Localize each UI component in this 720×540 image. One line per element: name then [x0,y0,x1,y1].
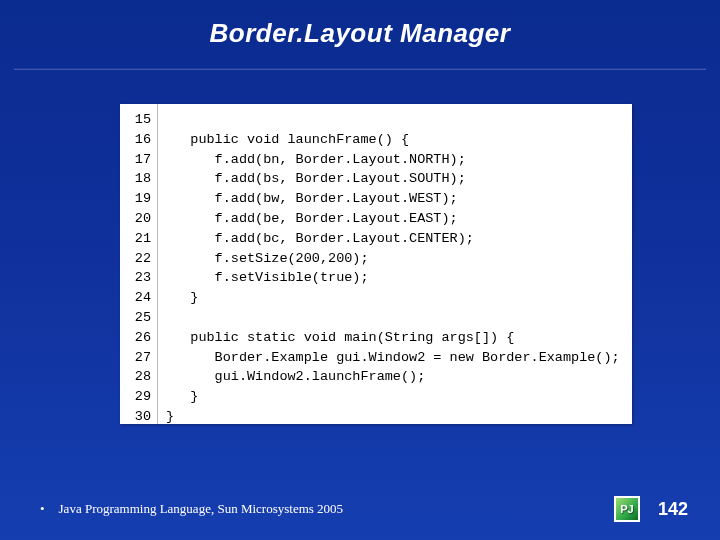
line-number: 26 [120,328,151,348]
footer: • Java Programming Language, Sun Microsy… [0,496,720,522]
line-number: 28 [120,367,151,387]
code-line: } [166,407,620,427]
code-listing: 15161718192021222324252627282930 public … [120,104,632,424]
code-line: Border.Example gui.Window2 = new Border.… [166,348,620,368]
code-line: f.add(bs, Border.Layout.SOUTH); [166,169,620,189]
slide: Border.Layout Manager 151617181920212223… [0,0,720,540]
line-number: 27 [120,348,151,368]
line-number: 25 [120,308,151,328]
line-number: 24 [120,288,151,308]
line-number: 17 [120,150,151,170]
code-line [166,308,620,328]
code-line: f.add(bc, Border.Layout.CENTER); [166,229,620,249]
line-number: 23 [120,268,151,288]
code-line: public static void main(String args[]) { [166,328,620,348]
code-line: } [166,387,620,407]
code-line: f.add(bn, Border.Layout.NORTH); [166,150,620,170]
line-number: 18 [120,169,151,189]
line-number: 20 [120,209,151,229]
code-line [166,110,620,130]
slide-title: Border.Layout Manager [0,0,720,49]
code-line: f.setSize(200,200); [166,249,620,269]
line-number: 30 [120,407,151,427]
page-number: 142 [658,499,688,520]
code-line: } [166,288,620,308]
code-line: public void launchFrame() { [166,130,620,150]
code-line: f.add(be, Border.Layout.EAST); [166,209,620,229]
title-divider [14,68,706,70]
line-number: 16 [120,130,151,150]
line-number: 19 [120,189,151,209]
code-line: gui.Window2.launchFrame(); [166,367,620,387]
code-line: f.add(bw, Border.Layout.WEST); [166,189,620,209]
footer-bullet: • [40,501,45,517]
line-number-gutter: 15161718192021222324252627282930 [120,104,158,424]
line-number: 15 [120,110,151,130]
line-number: 22 [120,249,151,269]
footer-text: Java Programming Language, Sun Microsyst… [59,501,344,517]
logo-icon: PJ [614,496,640,522]
code-lines: public void launchFrame() { f.add(bn, Bo… [158,104,620,424]
line-number: 29 [120,387,151,407]
line-number: 21 [120,229,151,249]
code-line: f.setVisible(true); [166,268,620,288]
